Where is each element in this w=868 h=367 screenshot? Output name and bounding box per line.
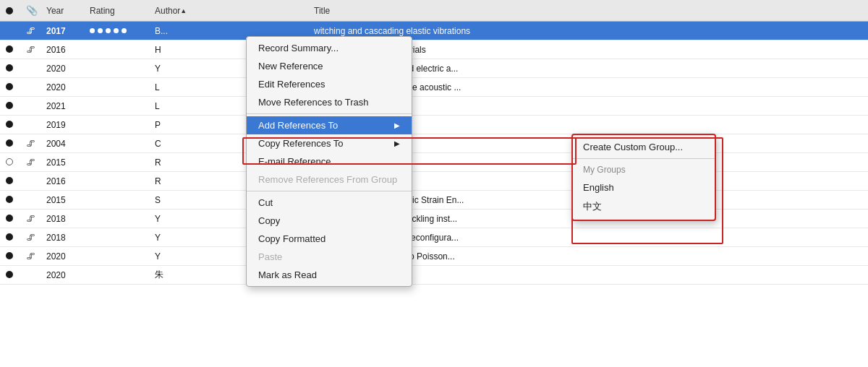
menu-item[interactable]: Copy bbox=[247, 212, 412, 230]
table-row[interactable]: 🖇2020Yitected materials with zero Poisso… bbox=[0, 247, 868, 266]
menu-item-label: Paste bbox=[258, 251, 282, 262]
clip-cell: 🖇 bbox=[23, 232, 43, 243]
year-cell: 2020 bbox=[43, 64, 87, 74]
table-row[interactable]: 🖇2017B...witching and cascading elastic … bbox=[0, 22, 868, 40]
table-row[interactable]: 2020Ytion antenna via near-field electri… bbox=[0, 59, 868, 78]
menu-item-label: Cut bbox=[258, 197, 273, 208]
submenu-arrow-icon: ▶ bbox=[394, 139, 400, 147]
menu-item[interactable]: Add References To▶ bbox=[247, 116, 412, 134]
menu-item[interactable]: Mark as Read bbox=[247, 266, 412, 284]
menu-item-label: Edit References bbox=[258, 79, 326, 90]
dot-cell bbox=[3, 214, 23, 224]
rating-cell bbox=[87, 28, 152, 33]
year-cell: 2016 bbox=[43, 45, 87, 55]
dot-cell bbox=[3, 233, 23, 243]
year-cell: 2020 bbox=[43, 270, 87, 280]
title-cell: witching and cascading elastic vibration… bbox=[311, 26, 865, 36]
year-cell: 2020 bbox=[43, 82, 87, 92]
table-row[interactable]: 2021L... bbox=[0, 97, 868, 116]
clip-cell: 🖇 bbox=[23, 25, 43, 36]
dot-cell bbox=[3, 251, 23, 262]
col-header-rating: Rating bbox=[87, 6, 152, 16]
col-header-author[interactable]: Author bbox=[152, 6, 311, 16]
table-row[interactable]: 🖇2016Hgurable Architected Materials bbox=[0, 40, 868, 59]
year-cell: 2016 bbox=[43, 176, 87, 186]
col-header-year: Year bbox=[43, 6, 87, 16]
dot-cell bbox=[3, 195, 23, 205]
menu-item[interactable]: New Reference bbox=[247, 57, 412, 75]
dot-cell bbox=[3, 139, 23, 149]
year-cell: 2015 bbox=[43, 157, 87, 168]
clip-cell: 🖇 bbox=[23, 251, 43, 262]
menu-item-label: Copy Formatted bbox=[258, 233, 326, 244]
context-menu[interactable]: Record Summary...New ReferenceEdit Refer… bbox=[246, 36, 412, 287]
table-header: 📎 Year Rating Author Title bbox=[0, 0, 868, 22]
submenu-item[interactable]: Create Custom Group... bbox=[573, 138, 715, 156]
dot-cell bbox=[3, 45, 23, 55]
menu-item-label: Add References To bbox=[258, 120, 338, 131]
table-row[interactable]: 2019P bbox=[0, 116, 868, 134]
table-container: 📎 Year Rating Author Title 🖇2017B...witc… bbox=[0, 0, 868, 367]
table-row[interactable]: 🖇2018Yetamaterials by elastic buckling i… bbox=[0, 210, 868, 228]
menu-item-label: Copy bbox=[258, 215, 280, 226]
menu-separator bbox=[247, 191, 412, 191]
clip-cell: 🖇 bbox=[23, 157, 43, 168]
year-cell: 2017 bbox=[43, 26, 87, 36]
col-header-clip: 📎 bbox=[23, 5, 43, 16]
menu-item-label: New Reference bbox=[258, 61, 323, 72]
submenu-item[interactable]: English bbox=[573, 178, 715, 197]
menu-item-label: Record Summary... bbox=[258, 43, 339, 53]
col-header-title: Title bbox=[311, 6, 865, 16]
submenu-group-header: My Groups bbox=[573, 161, 715, 178]
table-row[interactable]: 2020朱v福射 bbox=[0, 266, 868, 285]
menu-item: Paste bbox=[247, 248, 412, 266]
year-cell: 2018 bbox=[43, 214, 87, 224]
dot-cell bbox=[3, 176, 23, 186]
dot-cell bbox=[3, 64, 23, 74]
clip-cell: 🖇 bbox=[23, 44, 43, 55]
menu-item-label: E-mail Reference bbox=[258, 156, 331, 167]
year-cell: 2019 bbox=[43, 120, 87, 130]
menu-item-label: Mark as Read bbox=[258, 269, 317, 280]
menu-item[interactable]: E-mail Reference bbox=[247, 152, 412, 170]
menu-item-label: Copy References To bbox=[258, 138, 344, 149]
menu-item-label: Move References to Trash bbox=[258, 97, 368, 108]
submenu-item[interactable]: 中文 bbox=[573, 197, 715, 217]
dot-cell bbox=[3, 82, 23, 92]
table-row[interactable]: 🖇2015R bbox=[0, 153, 868, 172]
dot-cell bbox=[3, 120, 23, 130]
year-cell: 2018 bbox=[43, 233, 87, 243]
year-cell: 2015 bbox=[43, 195, 87, 205]
table-row[interactable]: 🖇2004C bbox=[0, 134, 868, 153]
table-body: 🖇2017B...witching and cascading elastic … bbox=[0, 22, 868, 367]
table-row[interactable]: 2016R bbox=[0, 172, 868, 191]
dot-cell bbox=[3, 101, 23, 111]
menu-separator bbox=[247, 113, 412, 114]
year-cell: 2021 bbox=[43, 101, 87, 111]
table-row[interactable]: 2015Saterials for Trapping Elastic Strai… bbox=[0, 191, 868, 210]
submenu-arrow-icon: ▶ bbox=[394, 121, 400, 129]
menu-item[interactable]: Edit References bbox=[247, 75, 412, 93]
clip-cell: 🖇 bbox=[23, 138, 43, 149]
dot-cell bbox=[3, 157, 23, 168]
year-cell: 2020 bbox=[43, 251, 87, 262]
clip-cell: 🖇 bbox=[23, 213, 43, 224]
menu-item: Remove References From Group bbox=[247, 170, 412, 189]
menu-item[interactable]: Move References to Trash bbox=[247, 93, 412, 111]
table-row[interactable]: 🖇2018Yetamaterials with shape-reconfigur… bbox=[0, 228, 868, 247]
menu-item[interactable]: Record Summary... bbox=[247, 39, 412, 57]
author-cell: B... bbox=[152, 26, 311, 36]
dot-cell bbox=[3, 270, 23, 280]
menu-item[interactable]: Copy Formatted bbox=[247, 230, 412, 248]
dot-cell bbox=[3, 26, 23, 36]
menu-item[interactable]: Cut bbox=[247, 194, 412, 212]
submenu[interactable]: Create Custom Group...My GroupsEnglish中文 bbox=[571, 134, 716, 221]
submenu-separator bbox=[573, 158, 715, 159]
year-cell: 2004 bbox=[43, 139, 87, 149]
table-row[interactable]: 2020Loneycomb membrane-type acoustic ... bbox=[0, 78, 868, 97]
menu-item-label: Remove References From Group bbox=[258, 174, 397, 185]
menu-item[interactable]: Copy References To▶ bbox=[247, 134, 412, 152]
col-header-dot bbox=[3, 7, 23, 14]
